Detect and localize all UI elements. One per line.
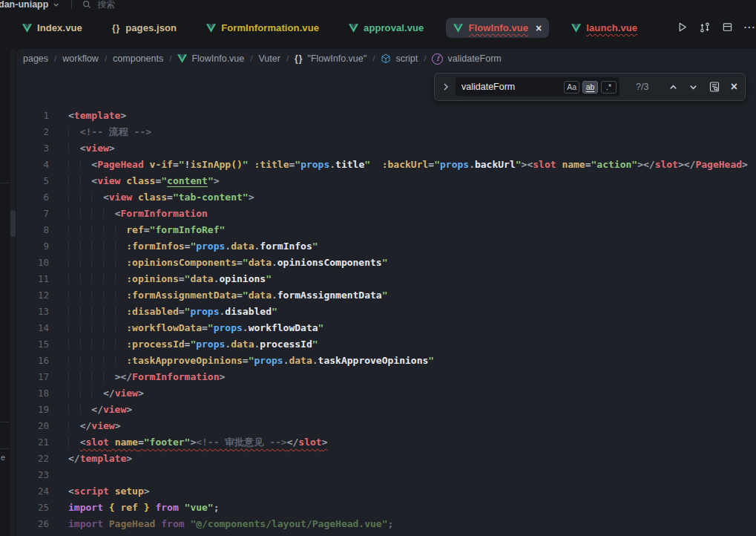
- line-number: 25: [16, 500, 49, 516]
- tab-launch-vue[interactable]: launch.vue: [564, 18, 645, 38]
- next-match-button[interactable]: [688, 82, 698, 92]
- line-content: import PageHead from "@/components/layou…: [68, 516, 393, 532]
- breadcrumb-label: validateForm: [447, 53, 501, 64]
- breadcrumb-label: workflow: [62, 53, 99, 64]
- breadcrumb-item--flowinfo-vue-[interactable]: {}"FlowInfo.vue": [295, 53, 367, 64]
- breadcrumb-separator: /: [105, 54, 107, 63]
- line-number: 11: [16, 271, 49, 287]
- code-area[interactable]: 1<template>2 <!-- 流程 -->3 <view>4 <PageH…: [16, 108, 756, 536]
- left-strip-clipped-label: e: [1, 453, 5, 462]
- close-tab-icon[interactable]: ×: [536, 24, 542, 32]
- left-strip-mark: [0, 448, 9, 449]
- line-number: 24: [16, 483, 49, 500]
- line-content: :opinionsComponents="data.opinionsCompon…: [68, 255, 388, 271]
- line-content: <!-- 流程 -->: [68, 124, 151, 140]
- breadcrumb-item-components[interactable]: components: [113, 53, 163, 64]
- more-actions-icon[interactable]: ···: [744, 21, 756, 33]
- line-content: <PageHead v-if="!isInApp()" :title="prop…: [68, 157, 748, 173]
- line-number: 21: [16, 434, 49, 451]
- tab-approval-vue[interactable]: approval.vue: [341, 18, 431, 38]
- line-number: 17: [16, 369, 49, 385]
- editor-panel: pages/workflow/components/FlowInfo.vue/V…: [16, 49, 756, 536]
- line-content: ref="formInfoRef": [68, 222, 225, 238]
- tab-flowinfo-vue[interactable]: FlowInfo.vue×: [446, 18, 549, 38]
- tab-label: FormInformation.vue: [221, 22, 319, 33]
- breadcrumb-separator: /: [372, 54, 375, 63]
- line-content: </template>: [68, 451, 132, 467]
- toggle-replace-button[interactable]: [442, 82, 450, 91]
- line-content: import { ref } from "vue";: [68, 500, 220, 516]
- line-content: <script setup>: [68, 483, 150, 500]
- left-panel-handle[interactable]: [10, 210, 16, 237]
- compare-changes-icon[interactable]: [699, 21, 711, 33]
- error-squiggle: <slot name="footer"><!-- 审批意见 --></slot>: [80, 437, 328, 448]
- breadcrumb-item-workflow[interactable]: workflow: [62, 53, 99, 64]
- code-line: 23: [16, 467, 756, 483]
- tab-pages-json[interactable]: {}pages.json: [105, 18, 184, 38]
- code-line: 5 <view class="content">: [16, 173, 756, 189]
- workspace-selector[interactable]: dan-uniapp: [0, 0, 59, 10]
- tab-label: launch.vue: [586, 22, 637, 33]
- line-content: :opinions="data.opinions": [68, 271, 272, 287]
- workspace-name: dan-uniapp: [0, 0, 48, 10]
- previous-match-button[interactable]: [668, 82, 678, 92]
- breadcrumb-item-validateform[interactable]: fvalidateForm: [432, 53, 501, 65]
- line-number: 20: [16, 418, 49, 434]
- breadcrumb-label: pages: [23, 53, 48, 64]
- run-icon[interactable]: [676, 21, 688, 33]
- global-search[interactable]: 搜索: [82, 0, 115, 11]
- code-line: 22</template>: [16, 451, 756, 467]
- braces-icon: {}: [112, 23, 120, 33]
- tab-bar: Index.vue{}pages.jsonFormInformation.vue…: [0, 11, 756, 49]
- tab-label: approval.vue: [364, 22, 424, 33]
- left-strip-mark: [0, 422, 9, 422]
- topbar-divider: [71, 0, 72, 9]
- breadcrumb-separator: /: [286, 54, 289, 63]
- line-content: <view class="tab-content">: [68, 189, 254, 206]
- line-content: :disabled="props.disabled": [68, 304, 277, 320]
- code-line: 18 </view>: [16, 385, 756, 402]
- code-line: 12 :formAssignmentData="data.formAssignm…: [16, 287, 756, 304]
- tab-label: FlowInfo.vue: [468, 22, 528, 33]
- line-number: 3: [16, 140, 49, 157]
- line-content: ></FormInformation>: [68, 369, 225, 385]
- tab-index-vue[interactable]: Index.vue: [15, 18, 90, 38]
- code-line: 7 <FormInformation: [16, 206, 756, 222]
- breadcrumb-item-pages[interactable]: pages: [23, 53, 48, 64]
- editor-actions: ···: [676, 21, 756, 33]
- line-number: 15: [16, 336, 49, 353]
- tab-forminformation-vue[interactable]: FormInformation.vue: [199, 18, 326, 38]
- code-line: 2 <!-- 流程 -->: [16, 124, 756, 140]
- code-line: 15 :processId="props.data.processId": [16, 336, 756, 353]
- split-editor-icon[interactable]: [721, 21, 734, 33]
- find-in-selection-button[interactable]: [709, 81, 720, 93]
- vue-icon: [22, 24, 32, 33]
- code-line: 9 :formInfos="props.data.formInfos": [16, 238, 756, 255]
- breadcrumb-label: "FlowInfo.vue": [307, 53, 367, 64]
- breadcrumb-item-flowinfo-vue[interactable]: FlowInfo.vue: [177, 53, 244, 64]
- breadcrumb-label: components: [113, 53, 163, 64]
- code-line: 10 :opinionsComponents="data.opinionsCom…: [16, 255, 756, 271]
- find-widget: validateForm Aaab.* ?/3 ×: [434, 73, 746, 101]
- regex-toggle[interactable]: .*: [601, 81, 617, 94]
- breadcrumb-item-script[interactable]: script: [381, 53, 418, 64]
- line-number: 4: [16, 157, 49, 173]
- code-line: 8 ref="formInfoRef": [16, 222, 756, 238]
- breadcrumb-separator: /: [169, 54, 171, 63]
- breadcrumb-item-vuter[interactable]: Vuter: [258, 53, 280, 64]
- code-line: 17 ></FormInformation>: [16, 369, 756, 385]
- braces-icon: {}: [295, 53, 303, 64]
- match-case-toggle[interactable]: Aa: [564, 81, 579, 94]
- line-number: 6: [16, 189, 49, 206]
- find-toggles: Aaab.*: [564, 81, 619, 94]
- breadcrumb-separator: /: [54, 54, 56, 63]
- find-input[interactable]: validateForm Aaab.*: [456, 77, 619, 97]
- whole-word-toggle[interactable]: ab: [582, 81, 598, 94]
- vue-icon: [453, 24, 463, 33]
- line-number: 8: [16, 222, 49, 238]
- close-find-icon[interactable]: ×: [731, 83, 737, 91]
- function-icon: f: [432, 53, 443, 65]
- vue-icon: [349, 24, 358, 33]
- find-query: validateForm: [461, 82, 564, 92]
- chevron-down-icon: [53, 1, 59, 8]
